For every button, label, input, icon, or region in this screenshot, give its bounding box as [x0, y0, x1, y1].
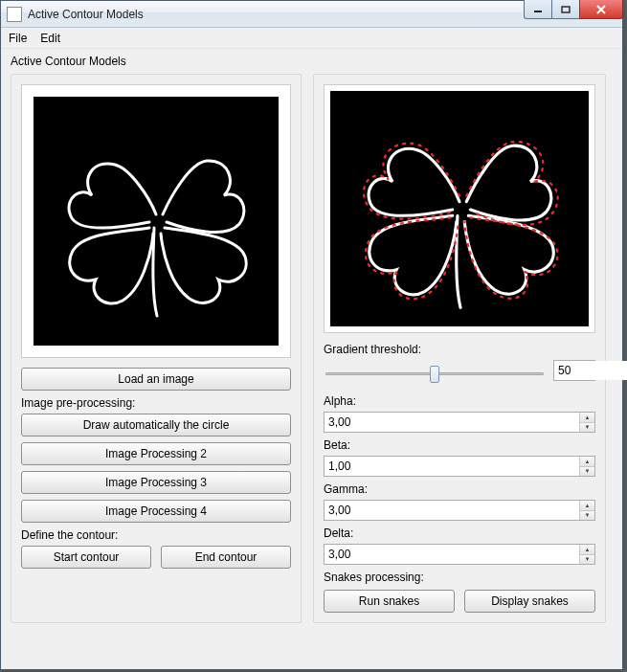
define-contour-label: Define the contour: [21, 528, 291, 542]
gradient-threshold-input[interactable] [554, 361, 627, 380]
source-image-canvas [34, 97, 279, 346]
gradient-threshold-label: Gradient threshold: [324, 343, 595, 356]
menu-edit[interactable]: Edit [40, 32, 60, 45]
menubar: File Edit [1, 28, 622, 49]
menu-file[interactable]: File [9, 32, 27, 45]
clover-snake-outline [340, 94, 579, 324]
left-panel: Load an image Image pre-processing: Draw… [11, 74, 302, 623]
app-icon [7, 7, 22, 22]
start-contour-button[interactable]: Start contour [21, 546, 151, 569]
source-image-frame [21, 84, 291, 358]
minimize-button[interactable] [524, 0, 552, 19]
window-title: Active Contour Models [28, 8, 144, 21]
spin-down-icon[interactable]: ▼ [580, 555, 594, 565]
page-title: Active Contour Models [1, 49, 622, 74]
snakes-processing-label: Snakes processing: [324, 571, 595, 584]
titlebar[interactable]: Active Contour Models [1, 1, 622, 28]
gamma-spinner[interactable]: ▲▼ [324, 500, 595, 521]
run-snakes-button[interactable]: Run snakes [324, 590, 455, 613]
spin-up-icon[interactable]: ▲ [580, 413, 594, 423]
delta-input[interactable] [325, 545, 579, 564]
gamma-input[interactable] [325, 501, 579, 520]
delta-label: Delta: [324, 526, 595, 540]
delta-spinner[interactable]: ▲▼ [324, 544, 595, 565]
beta-spinner[interactable]: ▲▼ [324, 456, 595, 477]
end-contour-button[interactable]: End contour [161, 546, 291, 569]
minimize-icon [533, 6, 543, 13]
svg-rect-1 [562, 7, 570, 12]
display-snakes-button[interactable]: Display snakes [464, 590, 595, 613]
app-window: Active Contour Models File Edit Active C… [0, 0, 623, 670]
clover-outline [46, 111, 266, 331]
image-processing-4-button[interactable]: Image Processing 4 [21, 500, 291, 523]
maximize-icon [561, 6, 571, 13]
right-panel: Gradient threshold: ▲▼ Alpha: ▲▼ Beta: ▲… [313, 74, 606, 623]
draw-circle-button[interactable]: Draw automatically the circle [21, 414, 291, 437]
spin-up-icon[interactable]: ▲ [580, 457, 594, 467]
spin-down-icon[interactable]: ▼ [580, 467, 594, 477]
close-icon [595, 5, 607, 14]
window-controls [525, 0, 623, 19]
svg-rect-0 [534, 11, 542, 12]
spin-down-icon[interactable]: ▼ [580, 511, 594, 521]
gamma-label: Gamma: [324, 482, 595, 496]
gradient-threshold-spinner[interactable]: ▲▼ [553, 360, 595, 381]
beta-label: Beta: [324, 438, 595, 452]
maximize-button[interactable] [551, 0, 580, 19]
image-processing-3-button[interactable]: Image Processing 3 [21, 471, 291, 494]
preprocessing-label: Image pre-processing: [21, 396, 291, 410]
alpha-input[interactable] [325, 413, 579, 432]
spin-up-icon[interactable]: ▲ [580, 501, 594, 511]
close-button[interactable] [579, 0, 623, 19]
load-image-button[interactable]: Load an image [21, 368, 291, 391]
result-image-canvas [330, 91, 589, 326]
gradient-threshold-slider[interactable] [325, 364, 544, 383]
alpha-spinner[interactable]: ▲▼ [324, 412, 595, 433]
result-image-frame [324, 84, 595, 333]
image-processing-2-button[interactable]: Image Processing 2 [21, 442, 291, 465]
spin-up-icon[interactable]: ▲ [580, 545, 594, 555]
alpha-label: Alpha: [324, 394, 595, 408]
beta-input[interactable] [325, 457, 579, 476]
spin-down-icon[interactable]: ▼ [580, 423, 594, 433]
